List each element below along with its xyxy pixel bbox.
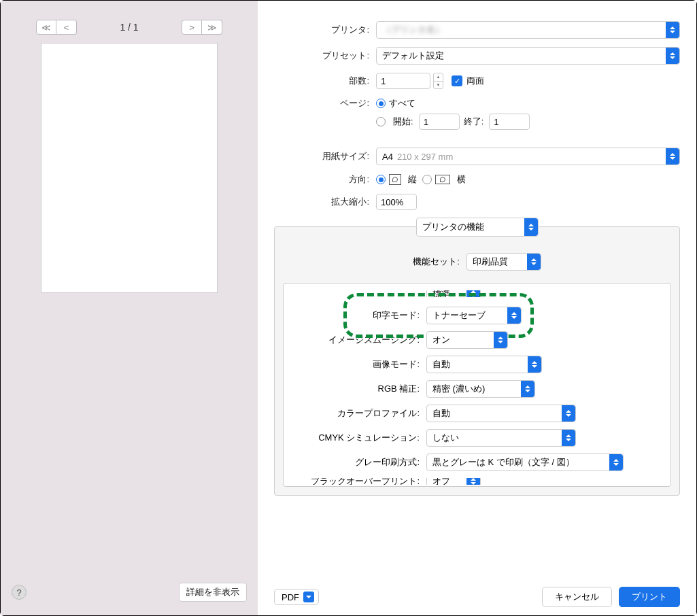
pages-to-input[interactable]: 1: [489, 114, 530, 130]
paper-dims: 210 x 297 mm: [397, 152, 453, 162]
nav-forward-buttons: > ≫: [182, 20, 222, 35]
select-arrows-icon: [494, 332, 507, 348]
landscape-radio[interactable]: [422, 175, 432, 184]
landscape-label: 横: [457, 173, 466, 186]
select-arrows-icon: [466, 290, 480, 297]
select-arrows-icon: [507, 307, 521, 324]
gray-print-select[interactable]: 黒とグレーは K で印刷（文字 / 図）: [426, 454, 624, 471]
help-button[interactable]: ?: [12, 585, 27, 600]
rgb-correction-label: RGB 補正:: [290, 383, 426, 395]
print-mode-row: 印字モード: トナーセーブ: [290, 307, 664, 324]
select-arrows-icon: [521, 381, 534, 397]
color-profile-label: カラープロファイル:: [290, 407, 426, 420]
select-arrows-icon: [666, 148, 679, 165]
image-smoothing-select[interactable]: オン: [426, 331, 508, 349]
image-smoothing-label: イメージスムージング:: [290, 334, 426, 346]
preview-footer: ? 詳細を非表示: [9, 577, 250, 607]
last-page-button[interactable]: ≫: [202, 20, 222, 35]
select-arrows-icon: [562, 405, 575, 422]
black-overprint-row: ブラックオーバープリント: オフ: [290, 478, 664, 485]
select-arrows-icon: [562, 430, 575, 446]
copies-row: 部数: 1 ▲▼ 両面: [274, 73, 680, 89]
next-page-button[interactable]: >: [182, 20, 202, 35]
rgb-correction-row: RGB 補正: 精密 (濃いめ): [290, 380, 664, 398]
features-scroll[interactable]: 標準 印字モード: トナーセーブ イメージスムージング:: [283, 283, 671, 487]
tone-mode-row: 標準: [290, 290, 664, 297]
black-overprint-label: ブラックオーバープリント:: [290, 478, 426, 485]
pages-from-input[interactable]: 1: [419, 114, 460, 130]
feature-set-row: 機能セット: 印刷品質: [283, 253, 671, 271]
scale-input[interactable]: 100%: [376, 194, 417, 210]
copies-label: 部数:: [274, 75, 376, 87]
select-arrows-icon: [666, 22, 679, 38]
gray-print-label: グレー印刷方式:: [290, 456, 426, 468]
pages-all-label: すべて: [389, 97, 415, 109]
printer-row: プリンタ: （プリンタ名）: [274, 21, 680, 39]
print-mode-select[interactable]: トナーセーブ: [426, 307, 522, 324]
bottom-bar: PDF キャンセル プリント: [274, 576, 680, 607]
gray-print-row: グレー印刷方式: 黒とグレーは K で印刷（文字 / 図）: [290, 454, 664, 471]
print-mode-label: 印字モード:: [290, 309, 426, 322]
pages-range-row: 開始: 1 終了: 1: [274, 114, 680, 130]
select-arrows-icon: [666, 48, 679, 64]
rgb-correction-select[interactable]: 精密 (濃いめ): [426, 380, 535, 398]
color-profile-select[interactable]: 自動: [426, 405, 576, 422]
paper-size-row: 用紙サイズ: A4 210 x 297 mm: [274, 148, 680, 165]
paper-size-label: 用紙サイズ:: [274, 150, 376, 162]
pdf-menu-button[interactable]: PDF: [274, 589, 319, 605]
feature-set-label: 機能セット:: [413, 256, 460, 268]
pages-all-radio[interactable]: [376, 99, 386, 108]
pages-to-label: 終了:: [464, 116, 484, 128]
select-arrows-icon: [609, 454, 623, 470]
print-button[interactable]: プリント: [619, 587, 680, 607]
orientation-label: 方向:: [274, 173, 376, 186]
cmyk-sim-select[interactable]: しない: [426, 429, 576, 447]
image-smoothing-row: イメージスムージング: オン: [290, 331, 664, 349]
tone-mode-select[interactable]: 標準: [426, 290, 481, 297]
cmyk-sim-label: CMYK シミュレーション:: [290, 432, 426, 444]
black-overprint-select[interactable]: オフ: [426, 478, 481, 485]
feature-set-select[interactable]: 印刷品質: [466, 253, 541, 271]
landscape-icon: [435, 175, 450, 184]
cancel-button[interactable]: キャンセル: [542, 587, 612, 607]
preset-label: プリセット:: [274, 50, 376, 62]
cmyk-sim-row: CMYK シミュレーション: しない: [290, 429, 664, 447]
portrait-radio[interactable]: [376, 175, 386, 184]
image-mode-row: 画像モード: 自動: [290, 356, 664, 373]
preset-row: プリセット: デフォルト設定: [274, 47, 680, 65]
portrait-icon: [389, 174, 401, 185]
duplex-checkbox[interactable]: [452, 75, 462, 86]
pages-label: ページ:: [274, 97, 376, 109]
select-arrows-icon: [528, 356, 541, 373]
features-tab-select[interactable]: プリンタの機能: [416, 218, 539, 237]
select-arrows-icon: [466, 478, 480, 485]
features-inner: 機能セット: 印刷品質 標準 印字モード: [283, 253, 671, 487]
copies-stepper[interactable]: ▲▼: [433, 73, 443, 89]
pages-row: ページ: すべて: [274, 97, 680, 109]
prev-page-button[interactable]: <: [56, 20, 77, 35]
paper-size-value: A4: [382, 152, 393, 162]
page-indicator: 1 / 1: [120, 22, 138, 33]
preset-select[interactable]: デフォルト設定: [376, 47, 680, 65]
select-arrows-icon: [527, 254, 541, 270]
printer-value: （プリンタ名）: [382, 24, 444, 36]
hide-details-button[interactable]: 詳細を非表示: [179, 583, 247, 602]
printer-select[interactable]: （プリンタ名）: [376, 21, 680, 39]
image-mode-select[interactable]: 自動: [426, 356, 542, 373]
chevron-down-icon: [303, 592, 314, 602]
paper-size-select[interactable]: A4 210 x 297 mm: [376, 148, 680, 165]
image-mode-label: 画像モード:: [290, 358, 426, 371]
nav-back-buttons: ≪ <: [36, 20, 77, 35]
print-dialog: ≪ < 1 / 1 > ≫ ? 詳細を非表示 プリンタ: （プリンタ名） プリセ…: [0, 0, 697, 616]
color-profile-row: カラープロファイル: 自動: [290, 405, 664, 422]
pages-from-label: 開始:: [393, 116, 413, 128]
preview-nav: ≪ < 1 / 1 > ≫: [9, 9, 250, 43]
scale-label: 拡大縮小:: [274, 196, 376, 208]
pages-range-radio[interactable]: [376, 117, 386, 126]
features-panel: プリンタの機能 機能セット: 印刷品質 標準: [274, 226, 680, 496]
portrait-label: 縦: [408, 173, 417, 186]
first-page-button[interactable]: ≪: [36, 20, 56, 35]
copies-input[interactable]: 1: [376, 73, 430, 89]
duplex-label: 両面: [466, 75, 484, 87]
scale-row: 拡大縮小: 100%: [274, 194, 680, 210]
